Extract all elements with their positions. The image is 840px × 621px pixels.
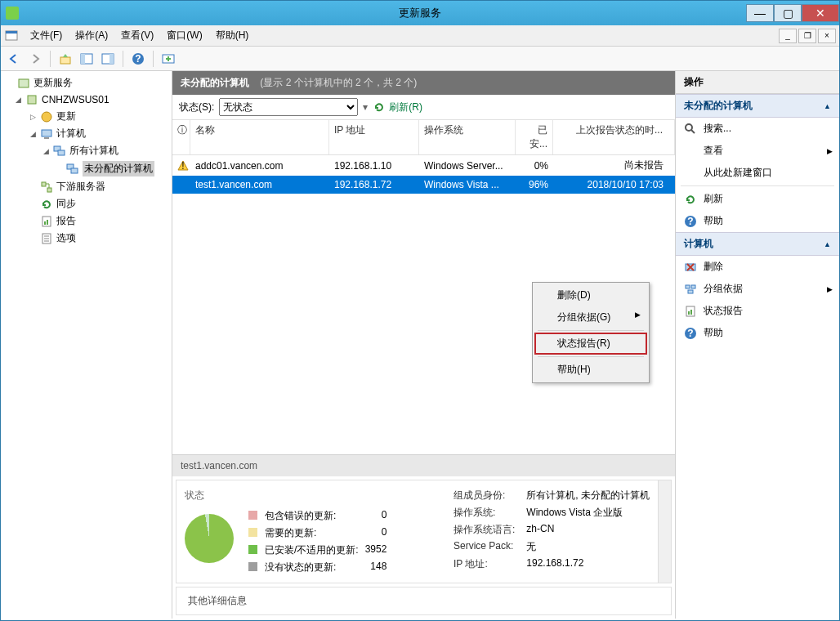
list-row[interactable]: ! addc01.vancen.com 192.168.1.10 Windows… (172, 155, 675, 176)
actions-group-unassigned[interactable]: 未分配的计算机▲ (676, 94, 839, 118)
status-select[interactable]: 无状态 (219, 98, 358, 116)
refresh-icon (373, 101, 386, 114)
svg-rect-23 (47, 220, 48, 225)
maximize-button[interactable]: ▢ (774, 4, 802, 22)
ctx-status-report[interactable]: 状态报告(R) (534, 333, 647, 355)
mdi-minimize-button[interactable]: _ (779, 29, 797, 43)
server-group-icon (17, 77, 30, 90)
toolbar: ? (1, 47, 839, 71)
mmc-icon (4, 29, 19, 43)
nav-forward-button[interactable] (25, 49, 45, 69)
refresh-icon (684, 193, 697, 206)
computer-list[interactable]: ⓘ 名称 IP 地址 操作系统 已安... 上次报告状态的时... ! addc… (172, 120, 675, 454)
search-icon (684, 123, 697, 136)
status-legend: 包含错误的更新:0 需要的更新:0 已安装/不适用的更新:3952 没有状态的更… (248, 509, 386, 574)
col-ip[interactable]: IP 地址 (329, 120, 419, 154)
actions-title: 操作 (676, 71, 839, 94)
menu-view[interactable]: 查看(V) (114, 26, 160, 45)
submenu-arrow-icon: ▶ (827, 147, 833, 155)
tree-root[interactable]: 更新服务 (2, 74, 170, 92)
filter-row: 状态(S): 无状态 ▾ 刷新(R) (172, 95, 675, 120)
other-details-heading[interactable]: 其他详细信息 (176, 587, 672, 615)
updates-icon (40, 110, 53, 123)
action-help-2[interactable]: ?帮助 (676, 322, 839, 344)
action-search[interactable]: 搜索... (676, 118, 839, 140)
window-titlebar: 更新服务 — ▢ ✕ (1, 1, 839, 25)
svg-rect-4 (81, 54, 85, 64)
ctx-group-by[interactable]: 分组依据(G)▶ (534, 306, 647, 328)
action-view[interactable]: 查看▶ (676, 140, 839, 162)
mdi-restore-button[interactable]: ❐ (798, 29, 816, 43)
actions-group-computer[interactable]: 计算机▲ (676, 232, 839, 256)
center-subtitle: (显示 2 个计算机中的 2 个，共 2 个) (260, 77, 417, 88)
navigation-tree[interactable]: 更新服务 ◢CNHZWSUS01 ▷更新 ◢计算机 ◢所有计算机 未分配的计算机… (1, 71, 172, 619)
computers-icon (40, 127, 53, 141)
detail-pane: test1.vancen.com 状态 包含错误的更新:0 需要的更新:0 已安… (172, 454, 675, 619)
menu-window[interactable]: 窗口(W) (160, 26, 208, 45)
svg-rect-35 (690, 310, 692, 315)
computer-group-icon (53, 145, 66, 158)
extra-toolbar-button[interactable] (159, 49, 178, 69)
server-icon (25, 93, 38, 106)
col-name[interactable]: 名称 (190, 120, 329, 154)
col-installed[interactable]: 已安... (516, 120, 553, 154)
collapse-icon[interactable]: ▲ (824, 102, 831, 110)
status-pie-chart (185, 514, 234, 563)
help-button[interactable]: ? (128, 49, 148, 69)
refresh-link[interactable]: 刷新(R) (373, 101, 422, 114)
action-delete[interactable]: 删除 (676, 256, 839, 278)
list-header[interactable]: ⓘ 名称 IP 地址 操作系统 已安... 上次报告状态的时... (172, 120, 675, 155)
tree-options[interactable]: 选项 (2, 230, 170, 247)
up-button[interactable] (56, 49, 75, 69)
mdi-close-button[interactable]: × (818, 29, 836, 43)
svg-rect-30 (686, 285, 690, 288)
collapse-icon[interactable]: ▲ (824, 240, 831, 248)
tree-downstream[interactable]: 下游服务器 (2, 178, 170, 195)
show-hide-tree-button[interactable] (77, 49, 96, 69)
tree-sync[interactable]: 同步 (2, 195, 170, 212)
minimize-button[interactable]: — (746, 4, 774, 22)
svg-rect-32 (688, 290, 693, 293)
scrollbar[interactable] (658, 480, 671, 583)
tree-server[interactable]: ◢CNHZWSUS01 (2, 92, 170, 108)
col-lastreport[interactable]: 上次报告状态的时... (553, 120, 675, 154)
svg-rect-10 (19, 79, 29, 87)
downstream-icon (40, 181, 53, 194)
actions-pane: 操作 未分配的计算机▲ 搜索... 查看▶ 从此处新建窗口 刷新 ?帮助 计算机… (676, 71, 839, 619)
svg-rect-20 (47, 188, 51, 192)
nav-back-button[interactable] (4, 49, 24, 69)
action-new-window[interactable]: 从此处新建窗口 (676, 162, 839, 184)
tree-computers[interactable]: ◢计算机 (2, 125, 170, 142)
submenu-arrow-icon: ▶ (827, 285, 833, 293)
tree-reports[interactable]: 报告 (2, 212, 170, 230)
action-refresh[interactable]: 刷新 (676, 188, 839, 210)
action-group-by[interactable]: 分组依据▶ (676, 278, 839, 300)
action-help[interactable]: ?帮助 (676, 210, 839, 232)
svg-rect-31 (691, 285, 695, 288)
options-icon (40, 232, 53, 245)
list-row[interactable]: test1.vancen.com 192.168.1.72 Windows Vi… (172, 176, 675, 194)
delete-icon (684, 261, 697, 274)
menu-action[interactable]: 操作(A) (69, 26, 114, 45)
col-status-icon[interactable]: ⓘ (172, 120, 190, 154)
svg-text:?: ? (687, 216, 693, 227)
svg-rect-6 (109, 54, 114, 64)
menu-file[interactable]: 文件(F) (24, 26, 69, 45)
ctx-help[interactable]: 帮助(H) (534, 359, 647, 381)
menu-help[interactable]: 帮助(H) (209, 26, 256, 45)
submenu-arrow-icon: ▶ (635, 310, 641, 319)
svg-rect-2 (60, 57, 70, 64)
svg-text:?: ? (135, 53, 141, 65)
tree-unassigned-computers[interactable]: 未分配的计算机 (2, 159, 170, 178)
tree-all-computers[interactable]: ◢所有计算机 (2, 142, 170, 159)
computer-group-icon (66, 163, 79, 176)
svg-rect-13 (42, 130, 51, 136)
action-status-report[interactable]: 状态报告 (676, 300, 839, 322)
show-hide-actions-button[interactable] (98, 49, 118, 69)
menu-bar: 文件(F) 操作(A) 查看(V) 窗口(W) 帮助(H) _ ❐ × (1, 25, 839, 47)
center-pane: 未分配的计算机 (显示 2 个计算机中的 2 个，共 2 个) 状态(S): 无… (172, 71, 676, 619)
close-button[interactable]: ✕ (802, 4, 839, 22)
tree-updates[interactable]: ▷更新 (2, 108, 170, 125)
col-os[interactable]: 操作系统 (419, 120, 516, 154)
ctx-delete[interactable]: 删除(D) (534, 284, 647, 306)
